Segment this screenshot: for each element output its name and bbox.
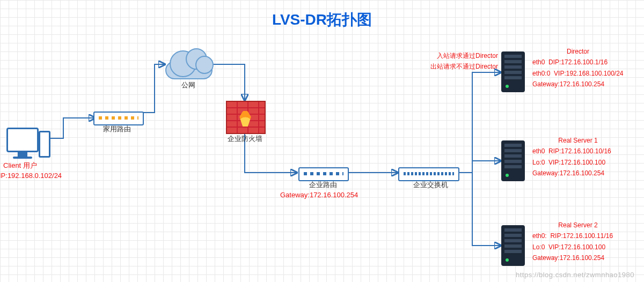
firewall-icon: [226, 101, 266, 134]
server-icon-rs1: [501, 140, 525, 181]
server-info-director: Director eth0 DIP:172.16.100.1/16 eth0:0…: [532, 46, 624, 90]
enterprise-router-icon: [298, 167, 349, 181]
director-note-line1: 入站请求通过Director: [430, 50, 498, 61]
server-icon-rs2: [501, 225, 525, 266]
server-icon-director: [501, 51, 525, 92]
firewall-label: 企业防火墙: [228, 134, 262, 144]
enterprise-switch-label: 企业交换机: [413, 180, 448, 190]
director-note: 入站请求通过Director 出站请求不通过Director: [430, 50, 498, 72]
server-name: Real Server 2: [532, 220, 624, 231]
server-info-rs1: Real Server 1 eth0 RIP:172.16.100.10/16 …: [532, 135, 624, 179]
client-ip: IP:192.168.0.102/24: [0, 172, 62, 180]
enterprise-router-label: 企业路由: [309, 180, 337, 190]
enterprise-switch-icon: [398, 167, 459, 181]
home-router-label: 家用路由: [103, 124, 131, 134]
watermark: https://blog.csdn.net/zwmnhao1980: [516, 271, 634, 279]
director-note-line2: 出站请求不通过Director: [430, 61, 498, 72]
client-label: Client 用户: [3, 161, 37, 170]
diagram-title: LVS-DR拓扑图: [0, 10, 644, 30]
server-info-rs2: Real Server 2 eth0: RIP:172.16.100.11/16…: [532, 220, 624, 264]
client-computer-icon: [6, 128, 39, 159]
server-name: Director: [532, 46, 624, 57]
home-router-icon: [93, 112, 144, 125]
cloud-label: 公网: [181, 80, 195, 90]
server-name: Real Server 1: [532, 135, 624, 146]
enterprise-router-gateway: Gateway:172.16.100.254: [280, 191, 358, 199]
cloud-icon: [164, 48, 214, 78]
